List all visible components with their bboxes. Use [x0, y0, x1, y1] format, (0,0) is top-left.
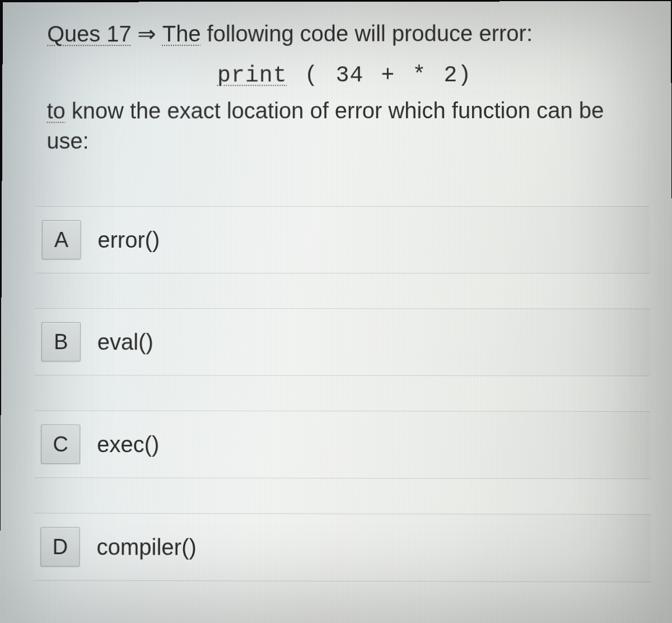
option-letter-box: C — [41, 425, 80, 464]
option-label: eval() — [97, 329, 153, 355]
arrow-text: ⇒ — [132, 21, 162, 46]
code-rest-token: ( 34 + * 2) — [287, 63, 472, 88]
question-line1-rest: following code will produce error: — [200, 21, 533, 46]
question-line1-word: The — [162, 21, 201, 46]
code-print-token: print — [217, 63, 287, 89]
option-label: compiler() — [96, 534, 196, 560]
option-b[interactable]: B eval() — [35, 308, 650, 376]
quiz-panel: Ques 17 ⇒ The following code will produc… — [0, 1, 672, 623]
option-d[interactable]: D compiler() — [34, 513, 651, 582]
option-letter-box: D — [40, 527, 80, 567]
option-c[interactable]: C exec() — [34, 410, 651, 479]
option-label: exec() — [97, 431, 159, 457]
option-letter: D — [53, 534, 68, 559]
option-letter: A — [54, 227, 68, 252]
question-line2-word: to — [47, 99, 66, 123]
question-text: Ques 17 ⇒ The following code will produc… — [35, 12, 649, 178]
option-letter-box: A — [42, 220, 81, 259]
option-letter: C — [53, 432, 68, 456]
code-line: print ( 34 + * 2) — [47, 58, 643, 91]
option-letter-box: B — [41, 322, 81, 361]
option-a[interactable]: A error() — [35, 206, 650, 273]
options-list: A error() B eval() C exec() D compiler() — [34, 206, 651, 582]
question-number: Ques 17 — [47, 21, 131, 46]
option-label: error() — [97, 227, 160, 252]
question-line2-rest: know the exact location of error which f… — [46, 98, 604, 153]
option-letter: B — [54, 330, 68, 354]
